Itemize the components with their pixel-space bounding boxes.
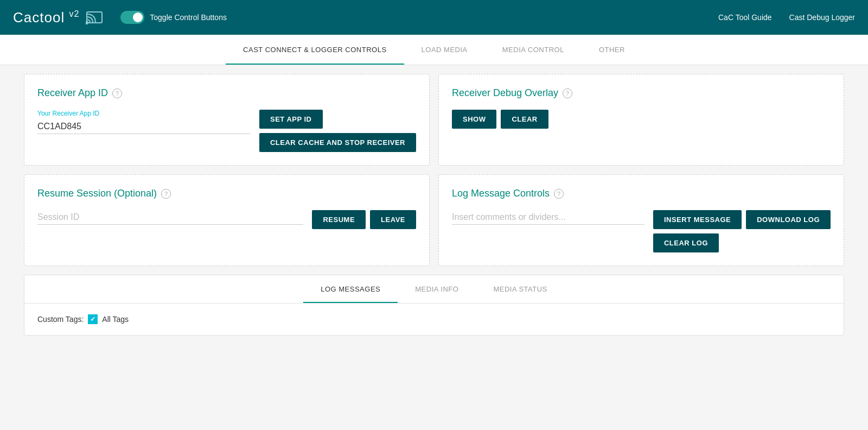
log-card-body: INSERT MESSAGE DOWNLOAD LOG CLEAR LOG (452, 210, 831, 252)
tab-other[interactable]: OTHER (582, 35, 642, 65)
log-btn-group: INSERT MESSAGE DOWNLOAD LOG CLEAR LOG (653, 210, 831, 252)
clear-cache-button[interactable]: CLEAR CACHE AND STOP RECEIVER (259, 133, 416, 152)
cards-grid: Receiver App ID ? Your Receiver App ID S… (24, 74, 844, 266)
clear-button[interactable]: CLEAR (501, 110, 548, 129)
log-section: LOG MESSAGES MEDIA INFO MEDIA STATUS Cus… (24, 275, 844, 336)
set-app-id-button[interactable]: SET APP ID (259, 110, 323, 129)
receiver-card-body: Your Receiver App ID SET APP ID CLEAR CA… (37, 110, 416, 152)
log-tab-log-messages[interactable]: LOG MESSAGES (303, 275, 398, 303)
session-input-group (37, 210, 303, 225)
log-help-icon[interactable]: ? (554, 189, 564, 199)
debug-overlay-card: Receiver Debug Overlay ? SHOW CLEAR (438, 74, 844, 166)
download-log-button[interactable]: DOWNLOAD LOG (746, 210, 831, 229)
show-button[interactable]: SHOW (452, 110, 496, 129)
resume-btn-group: RESUME LEAVE (312, 210, 416, 229)
receiver-app-id-input[interactable] (37, 119, 251, 134)
log-btn-row-1: INSERT MESSAGE DOWNLOAD LOG (653, 210, 831, 229)
clear-log-button[interactable]: CLEAR LOG (653, 233, 719, 252)
receiver-app-id-title: Receiver App ID ? (37, 87, 416, 99)
all-tags-checkbox[interactable] (88, 314, 98, 324)
toggle-label: Toggle Control Buttons (150, 13, 227, 22)
debug-overlay-label: Receiver Debug Overlay (452, 87, 558, 99)
log-message-input[interactable] (452, 210, 644, 225)
logo-text: Cactool v2 (13, 9, 79, 26)
log-tab-media-info[interactable]: MEDIA INFO (398, 275, 476, 303)
log-input-group (452, 210, 644, 225)
header-nav: CaC Tool Guide Cast Debug Logger (718, 13, 855, 22)
svg-point-1 (86, 22, 88, 24)
receiver-input-label: Your Receiver App ID (37, 110, 251, 117)
resume-session-card: Resume Session (Optional) ? RESUME LEAVE (24, 174, 430, 266)
cast-debug-logger-link[interactable]: Cast Debug Logger (789, 13, 855, 22)
resume-help-icon[interactable]: ? (161, 189, 171, 199)
debug-btn-group: SHOW CLEAR (452, 110, 548, 129)
debug-overlay-title: Receiver Debug Overlay ? (452, 87, 831, 99)
resume-session-label: Resume Session (Optional) (37, 188, 157, 199)
tab-cast-connect[interactable]: CAST CONNECT & LOGGER CONTROLS (226, 35, 404, 65)
log-content: Custom Tags: All Tags (24, 303, 844, 335)
toggle-switch[interactable] (120, 11, 144, 24)
version-badge: v2 (69, 9, 79, 18)
tab-media-control[interactable]: MEDIA CONTROL (485, 35, 582, 65)
insert-message-button[interactable]: INSERT MESSAGE (653, 210, 742, 229)
resume-button[interactable]: RESUME (312, 210, 366, 229)
log-message-title: Log Message Controls ? (452, 188, 831, 199)
resume-card-body: RESUME LEAVE (37, 210, 416, 229)
main-content: Receiver App ID ? Your Receiver App ID S… (11, 65, 857, 344)
custom-tags-row: Custom Tags: All Tags (37, 314, 831, 324)
header-left: Cactool v2 Toggle Control Buttons (13, 8, 718, 27)
all-tags-label: All Tags (102, 315, 129, 324)
log-tabs-bar: LOG MESSAGES MEDIA INFO MEDIA STATUS (24, 275, 844, 303)
log-message-controls-card: Log Message Controls ? INSERT MESSAGE DO… (438, 174, 844, 266)
receiver-help-icon[interactable]: ? (112, 88, 122, 98)
main-tabs-bar: CAST CONNECT & LOGGER CONTROLS LOAD MEDI… (0, 35, 868, 65)
receiver-app-id-label: Receiver App ID (37, 87, 108, 99)
toggle-area: Toggle Control Buttons (120, 11, 227, 24)
header: Cactool v2 Toggle Control Buttons CaC To… (0, 0, 868, 35)
receiver-app-id-card: Receiver App ID ? Your Receiver App ID S… (24, 74, 430, 166)
receiver-input-group: Your Receiver App ID (37, 110, 251, 134)
resume-session-title: Resume Session (Optional) ? (37, 188, 416, 199)
cac-tool-guide-link[interactable]: CaC Tool Guide (718, 13, 772, 22)
custom-tags-label: Custom Tags: (37, 315, 84, 324)
receiver-btn-group: SET APP ID CLEAR CACHE AND STOP RECEIVER (259, 110, 416, 152)
session-id-input[interactable] (37, 210, 303, 225)
debug-card-body: SHOW CLEAR (452, 110, 831, 129)
tab-load-media[interactable]: LOAD MEDIA (404, 35, 485, 65)
log-tab-media-status[interactable]: MEDIA STATUS (476, 275, 564, 303)
cast-icon (86, 8, 105, 27)
leave-button[interactable]: LEAVE (370, 210, 416, 229)
log-message-label: Log Message Controls (452, 188, 550, 199)
debug-help-icon[interactable]: ? (563, 88, 572, 98)
